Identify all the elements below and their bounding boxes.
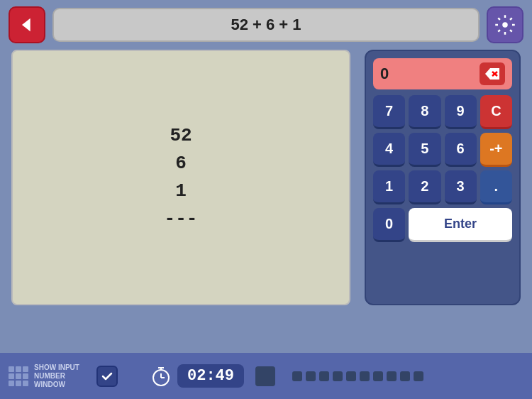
back-button[interactable]: [9, 6, 45, 43]
stop-button[interactable]: [255, 366, 275, 386]
progress-dot-9: [400, 371, 410, 381]
math-line2: 6: [165, 150, 198, 177]
progress-dot-8: [387, 371, 397, 381]
btn-7[interactable]: 7: [373, 95, 405, 129]
progress-dot-2: [306, 371, 316, 381]
grid-icon: [9, 366, 28, 386]
btn-dot[interactable]: .: [480, 170, 512, 204]
math-line4: ---: [165, 205, 198, 233]
progress-dot-3: [319, 371, 329, 381]
btn-1[interactable]: 1: [373, 170, 405, 204]
header: 52 + 6 + 1: [0, 0, 532, 50]
calculator-panel: 0 7 8 9 C 4 5 6 -+ 1 2 3 . 0 Ent: [365, 50, 521, 305]
btn-2[interactable]: 2: [409, 170, 440, 204]
settings-button[interactable]: [487, 6, 523, 43]
progress-dot-10: [414, 371, 423, 381]
btn-enter[interactable]: Enter: [409, 208, 512, 242]
calc-display-value: 0: [380, 65, 389, 83]
progress-dot-7: [373, 371, 383, 381]
btn-5[interactable]: 5: [409, 133, 440, 167]
btn-6[interactable]: 6: [445, 133, 477, 167]
svg-marker-2: [485, 68, 499, 80]
btn-3[interactable]: 3: [445, 170, 477, 204]
svg-point-1: [502, 22, 508, 28]
backspace-button[interactable]: [480, 62, 505, 85]
equation-title: 52 + 6 + 1: [231, 16, 301, 34]
show-input-section: SHOW INPUT NUMBER WINDOW: [9, 364, 118, 389]
btn-op[interactable]: -+: [480, 133, 512, 167]
btn-9[interactable]: 9: [445, 95, 477, 129]
math-line3: 1: [165, 177, 198, 205]
show-input-label: SHOW INPUT NUMBER WINDOW: [34, 364, 91, 389]
title-bar: 52 + 6 + 1: [52, 8, 480, 42]
progress-dot-1: [292, 371, 302, 381]
calc-buttons: 7 8 9 C 4 5 6 -+ 1 2 3 . 0 Enter: [373, 95, 512, 242]
math-line1: 52: [165, 122, 198, 150]
main-content: 52 6 1 --- 0 7 8 9 C 4 5 6: [0, 50, 532, 305]
progress-dot-5: [346, 371, 356, 381]
btn-8[interactable]: 8: [409, 95, 440, 129]
calc-display: 0: [373, 58, 512, 89]
timer-section: 02:49: [150, 364, 244, 388]
btn-0[interactable]: 0: [373, 208, 405, 242]
progress-dot-6: [360, 371, 370, 381]
progress-dots: [292, 371, 423, 381]
work-area: 52 6 1 ---: [11, 50, 350, 305]
timer-display: 02:49: [177, 364, 244, 388]
math-display: 52 6 1 ---: [165, 122, 198, 233]
bottom-bar: SHOW INPUT NUMBER WINDOW 02:49: [0, 353, 532, 399]
btn-4[interactable]: 4: [373, 133, 405, 167]
btn-clear[interactable]: C: [480, 95, 512, 129]
progress-dot-4: [333, 371, 343, 381]
show-input-checkbox[interactable]: [96, 366, 118, 387]
svg-marker-0: [22, 18, 31, 32]
timer-icon: [150, 366, 172, 387]
